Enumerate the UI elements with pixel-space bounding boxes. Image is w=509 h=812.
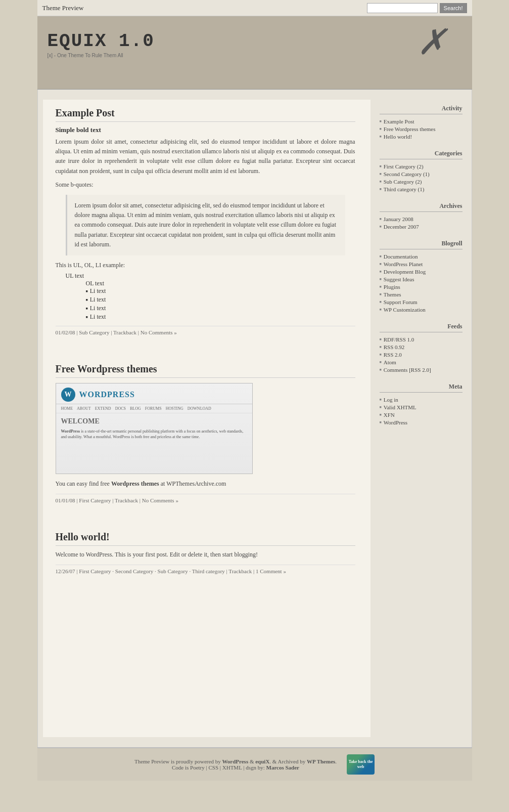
- list-item[interactable]: XFN: [380, 412, 462, 418]
- list-item[interactable]: Third category (1): [380, 186, 462, 192]
- blog-link-1[interactable]: Documentation: [384, 253, 418, 260]
- blog-link-6[interactable]: Themes: [384, 291, 401, 297]
- wp-nav: HOMEABOUTEXTENDDOCSBLOGFORUMSHOSTINGDOWN…: [56, 404, 252, 413]
- wp-logo-circle: W: [61, 388, 75, 402]
- li-list: ■Li text ■Li text ■Li text ■Li text: [86, 287, 355, 321]
- wp-body-text: WordPress is a state-of-the-art semantic…: [61, 429, 247, 440]
- list-item[interactable]: Support Forum: [380, 299, 462, 305]
- list-item[interactable]: RDF/RSS 1.0: [380, 336, 462, 343]
- logo-text: EQUIX 1.0: [48, 31, 155, 52]
- ul-intro: This is UL, OL, LI example:: [56, 261, 355, 270]
- bquote-intro: Some b-quotes:: [56, 180, 355, 190]
- footer-line2: Code is Poetry | CSS | XHTML | dsgn by: …: [134, 764, 337, 771]
- list-item[interactable]: Development Blog: [380, 269, 462, 275]
- feed-link-3[interactable]: RSS 2.0: [384, 352, 402, 358]
- wp-content-area: WELCOME WordPress is a state-of-the-art …: [56, 413, 252, 443]
- wp-screenshot-inner: W WordPress HOMEABOUTEXTENDDOCSBLOGFORUM…: [56, 383, 252, 474]
- main-layout: Example Post Simple bold text Lorem ipsu…: [38, 90, 472, 747]
- sidebar-title-feeds: Feeds: [380, 323, 462, 332]
- blog-link-8[interactable]: WP Customization: [384, 307, 426, 313]
- list-item[interactable]: Log in: [380, 397, 462, 403]
- search-button[interactable]: Search!: [440, 3, 467, 13]
- wp-logo-area: W WordPress: [56, 383, 252, 404]
- footer-line2a: Code is Poetry | CSS | XHTML | dsgn by:: [172, 764, 266, 771]
- footer-bold1: WordPress: [222, 758, 248, 764]
- logo-icon: ✗: [417, 21, 447, 63]
- ol-section: OL text ■Li text ■Li text ■Li text ■Li t…: [86, 280, 355, 321]
- list-item[interactable]: Themes: [380, 291, 462, 297]
- list-item[interactable]: December 2007: [380, 224, 462, 230]
- list-item[interactable]: Suggest Ideas: [380, 276, 462, 282]
- post-meta-hello: 12/26/07 | First Category · Second Categ…: [56, 565, 355, 574]
- feed-link-2[interactable]: RSS 0.92: [384, 344, 405, 350]
- main-outer: Example Post Simple bold text Lorem ipsu…: [37, 90, 472, 747]
- list-item[interactable]: WordPress Planet: [380, 261, 462, 267]
- list-item: ■Li text: [86, 313, 355, 321]
- activity-link-1[interactable]: Example Post: [384, 118, 414, 124]
- header-bar: Theme Preview Search!: [37, 0, 472, 16]
- sidebar-title-blogroll: Blogroll: [380, 240, 462, 249]
- blog-link-2[interactable]: WordPress Planet: [384, 261, 423, 267]
- sidebar-title-categories: Categories: [380, 150, 462, 159]
- list-item[interactable]: First Category (2): [380, 163, 462, 169]
- post-title-hello: Hello world!: [56, 531, 355, 546]
- list-item[interactable]: WP Customization: [380, 307, 462, 313]
- sidebar-list-activity: Example Post Free Wordpress themes Hello…: [380, 118, 462, 140]
- wp-welcome: WELCOME: [61, 416, 247, 426]
- list-item[interactable]: Example Post: [380, 118, 462, 124]
- feed-link-4[interactable]: Atom: [384, 359, 396, 365]
- footer-badge-text: Take back the web: [348, 759, 374, 770]
- activity-link-3[interactable]: Hello world!: [384, 134, 412, 140]
- logo-sub: [x] - One Theme To Rule Them All: [48, 53, 155, 58]
- list-item[interactable]: Documentation: [380, 253, 462, 260]
- list-item[interactable]: January 2008: [380, 216, 462, 222]
- feed-link-1[interactable]: RDF/RSS 1.0: [384, 336, 414, 343]
- sidebar-list-feeds: RDF/RSS 1.0 RSS 0.92 RSS 2.0 Atom Commen…: [380, 336, 462, 373]
- sidebar: Activity Example Post Free Wordpress the…: [376, 100, 467, 737]
- list-item[interactable]: Free Wordpress themes: [380, 126, 462, 132]
- footer-bold4: Marcos Sader: [266, 764, 299, 771]
- cat-link-3[interactable]: Sub Category (2): [384, 179, 422, 185]
- feed-link-5[interactable]: Comments [RSS 2.0]: [384, 367, 431, 373]
- sidebar-title-archives: Archives: [380, 202, 462, 212]
- site-header: EQUIX 1.0 [x] - One Theme To Rule Them A…: [37, 16, 472, 90]
- blog-link-5[interactable]: Plugins: [384, 284, 400, 290]
- cat-link-1[interactable]: First Category (2): [384, 163, 424, 169]
- footer-text1: Theme Preview is proudly powered by: [134, 758, 222, 764]
- post-wordpress: Free Wordpress themes W WordPress HOMEAB…: [48, 356, 363, 508]
- wordpress-screenshot: W WordPress HOMEABOUTEXTENDDOCSBLOGFORUM…: [56, 383, 253, 474]
- footer: Theme Preview is proudly powered by Word…: [37, 747, 472, 781]
- cat-link-4[interactable]: Third category (1): [384, 186, 425, 192]
- sidebar-title-activity: Activity: [380, 105, 462, 114]
- sidebar-inner: Activity Example Post Free Wordpress the…: [376, 100, 467, 441]
- sidebar-list-categories: First Category (2) Second Category (1) S…: [380, 163, 462, 192]
- list-item[interactable]: RSS 0.92: [380, 344, 462, 350]
- blog-link-7[interactable]: Support Forum: [384, 299, 418, 305]
- list-item[interactable]: Second Category (1): [380, 171, 462, 177]
- cat-link-2[interactable]: Second Category (1): [384, 171, 430, 177]
- list-item[interactable]: WordPress: [380, 419, 462, 425]
- meta-link-4[interactable]: WordPress: [384, 419, 407, 425]
- list-item[interactable]: Atom: [380, 359, 462, 365]
- list-item[interactable]: Sub Category (2): [380, 179, 462, 185]
- meta-link-1[interactable]: Log in: [384, 397, 398, 403]
- meta-link-2[interactable]: Valid XHTML: [384, 404, 417, 410]
- arch-link-2[interactable]: December 2007: [384, 224, 419, 230]
- footer-text2: &: [248, 758, 255, 764]
- search-input[interactable]: [367, 3, 438, 13]
- footer-bold2: equiX: [255, 758, 269, 764]
- list-item[interactable]: Plugins: [380, 284, 462, 290]
- list-item[interactable]: Hello world!: [380, 134, 462, 140]
- list-item[interactable]: Comments [RSS 2.0]: [380, 367, 462, 373]
- blog-link-4[interactable]: Suggest Ideas: [384, 276, 414, 282]
- list-item[interactable]: RSS 2.0: [380, 352, 462, 358]
- blog-link-3[interactable]: Development Blog: [384, 269, 426, 275]
- footer-text3: . & Archived by: [269, 758, 307, 764]
- post-meta-wordpress: 01/01/08 | First Category | Trackback | …: [56, 494, 355, 503]
- arch-link-1[interactable]: January 2008: [384, 216, 413, 222]
- meta-link-3[interactable]: XFN: [384, 412, 395, 418]
- activity-link-2[interactable]: Free Wordpress themes: [384, 126, 436, 132]
- list-item[interactable]: Valid XHTML: [380, 404, 462, 410]
- footer-bold3: WP Themes: [307, 758, 335, 764]
- wp-text2: at WPThemesArchive.com: [159, 480, 226, 487]
